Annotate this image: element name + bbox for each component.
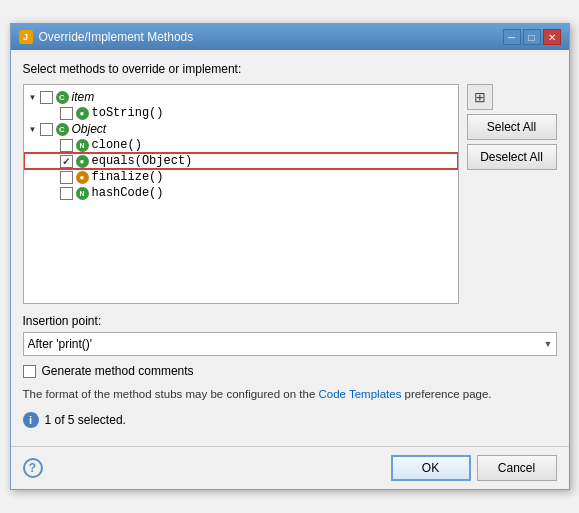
code-templates-link[interactable]: Code Templates [318, 388, 401, 400]
title-bar: J Override/Implement Methods ─ □ ✕ [11, 24, 569, 50]
ok-button[interactable]: OK [391, 455, 471, 481]
clone-label: clone() [92, 138, 142, 152]
tree-panel[interactable]: ▼ C item ● toString() ▼ C Object [23, 84, 459, 304]
tree-item-hashcode[interactable]: N hashCode() [24, 185, 458, 201]
item-root-label: item [72, 90, 95, 104]
maximize-button[interactable]: □ [523, 29, 541, 45]
title-controls: ─ □ ✕ [503, 29, 561, 45]
tostring-label: toString() [92, 106, 164, 120]
checkbox-equals[interactable] [60, 155, 73, 168]
dialog-body: Select methods to override or implement:… [11, 50, 569, 445]
bottom-buttons: OK Cancel [391, 455, 557, 481]
minimize-button[interactable]: ─ [503, 29, 521, 45]
title-bar-left: J Override/Implement Methods [19, 30, 194, 44]
bottom-bar: ? OK Cancel [11, 446, 569, 489]
checkbox-finalize[interactable] [60, 171, 73, 184]
tree-item-clone[interactable]: N clone() [24, 137, 458, 153]
generate-comments-label: Generate method comments [42, 364, 194, 378]
hashcode-label: hashCode() [92, 186, 164, 200]
insertion-select[interactable]: After 'print()' [23, 332, 557, 356]
method-icon-tostring: ● [76, 107, 89, 120]
generate-comments-row: Generate method comments [23, 364, 557, 378]
insertion-label: Insertion point: [23, 314, 557, 328]
insertion-select-wrapper[interactable]: After 'print()' [23, 332, 557, 356]
close-button[interactable]: ✕ [543, 29, 561, 45]
dialog-icon: J [19, 30, 33, 44]
info-text-row: The format of the method stubs may be co… [23, 386, 557, 403]
checkbox-item-root[interactable] [40, 91, 53, 104]
tree-item-item-root[interactable]: ▼ C item [24, 89, 458, 105]
tree-item-tostring[interactable]: ● toString() [24, 105, 458, 121]
object-root-label: Object [72, 122, 107, 136]
status-text: 1 of 5 selected. [45, 413, 126, 427]
finalize-label: finalize() [92, 170, 164, 184]
help-button[interactable]: ? [23, 458, 43, 478]
checkbox-clone[interactable] [60, 139, 73, 152]
equals-label: equals(Object) [92, 154, 193, 168]
insertion-section: Insertion point: After 'print()' [23, 314, 557, 356]
tree-item-finalize[interactable]: ● finalize() [24, 169, 458, 185]
button-panel: ⊞ Select All Deselect All [467, 84, 557, 304]
deselect-all-button[interactable]: Deselect All [467, 144, 557, 170]
method-icon-equals: ● [76, 155, 89, 168]
tree-item-object-root[interactable]: ▼ C Object [24, 121, 458, 137]
checkbox-tostring[interactable] [60, 107, 73, 120]
main-area: ▼ C item ● toString() ▼ C Object [23, 84, 557, 304]
cancel-button[interactable]: Cancel [477, 455, 557, 481]
checkbox-hashcode[interactable] [60, 187, 73, 200]
method-icon-hashcode: N [76, 187, 89, 200]
expand-triangle-object: ▼ [28, 124, 38, 134]
method-icon-clone: N [76, 139, 89, 152]
status-row: i 1 of 5 selected. [23, 412, 557, 428]
info-text-after: preference page. [405, 388, 492, 400]
class-icon-object: C [56, 123, 69, 136]
prompt-label: Select methods to override or implement: [23, 62, 557, 76]
select-all-button[interactable]: Select All [467, 114, 557, 140]
checkbox-object-root[interactable] [40, 123, 53, 136]
override-implement-dialog: J Override/Implement Methods ─ □ ✕ Selec… [10, 23, 570, 489]
generate-comments-checkbox[interactable] [23, 365, 36, 378]
tree-item-equals[interactable]: ● equals(Object) [24, 153, 458, 169]
info-text-before: The format of the method stubs may be co… [23, 388, 316, 400]
info-icon: i [23, 412, 39, 428]
expand-button[interactable]: ⊞ [467, 84, 493, 110]
dialog-title: Override/Implement Methods [39, 30, 194, 44]
method-icon-finalize: ● [76, 171, 89, 184]
class-icon-item: C [56, 91, 69, 104]
expand-triangle-item: ▼ [28, 92, 38, 102]
